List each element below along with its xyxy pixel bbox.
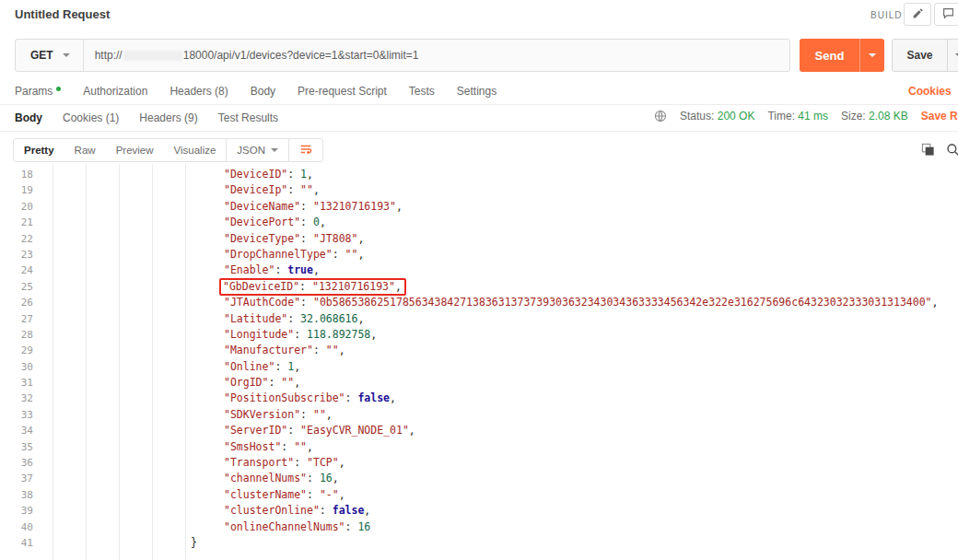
response-body-editor[interactable]: 18"DeviceID": 1,19"DeviceIp": "",20"Devi… (0, 164, 958, 560)
save-options-button[interactable] (948, 40, 958, 71)
tab-authorization[interactable]: Authorization (83, 85, 147, 98)
line-content: "DevicePort": 0, (224, 215, 326, 230)
view-tab-raw[interactable]: Raw (64, 139, 106, 161)
time-label: Time: (767, 110, 795, 122)
line-number: 30 (0, 359, 33, 375)
pencil-icon (912, 6, 924, 23)
line-number: 34 (0, 423, 33, 438)
json-lines: 18"DeviceID": 1,19"DeviceIp": "",20"Devi… (0, 167, 958, 551)
view-tab-visualize[interactable]: Visualize (164, 139, 227, 161)
request-tabs: Params Authorization Headers (8) Body Pr… (15, 85, 497, 98)
code-line: 31"OrgID": "", (0, 375, 958, 391)
url-prefix: http:// (95, 49, 123, 62)
line-number: 31 (0, 375, 33, 391)
code-line: 26"JTAuthCode": "0b586538625178563438427… (0, 295, 958, 310)
format-label: JSON (237, 145, 265, 156)
line-number: 23 (0, 247, 33, 262)
line-number: 41 (0, 535, 33, 551)
code-line: 32"PositionSubscribe": false, (0, 391, 958, 406)
request-title: Untitled Request (15, 7, 110, 21)
code-line: 20"DeviceName": "13210716193", (0, 199, 958, 215)
code-line: 40"onlineChannelNums": 16 (0, 519, 958, 535)
line-number: 21 (0, 215, 33, 230)
send-button[interactable]: Send (800, 39, 884, 72)
view-tab-pretty[interactable]: Pretty (14, 139, 64, 161)
line-content: "Longitude": 118.892758, (224, 327, 377, 343)
url-suffix: 18000/api/v1/devices?device=1&start=0&li… (183, 49, 419, 62)
method-select[interactable]: GET (16, 40, 83, 71)
tab-tests[interactable]: Tests (409, 85, 435, 98)
divider (0, 131, 958, 132)
chevron-down-icon (271, 148, 278, 152)
response-tab-cookies[interactable]: Cookies (1) (63, 111, 119, 124)
line-content: "channelNums": 16, (224, 471, 339, 486)
cookies-link[interactable]: Cookies (908, 85, 952, 98)
response-tab-body[interactable]: Body (15, 111, 42, 124)
line-content: "DeviceType": "JT808", (224, 231, 364, 247)
code-line: 30"Online": 1, (0, 359, 958, 375)
search-icon[interactable] (946, 143, 958, 157)
code-line: 25"GbDeviceID": "13210716193", (0, 279, 958, 295)
view-tab-preview[interactable]: Preview (106, 139, 164, 161)
code-line: 38"clusterName": "-", (0, 487, 958, 503)
line-content: "JTAuthCode": "0b58653862517856343842713… (224, 295, 938, 310)
code-line: 23"DropChannelType": "", (0, 247, 958, 262)
comment-button[interactable] (934, 3, 958, 26)
tab-settings[interactable]: Settings (457, 85, 497, 98)
size-field: Size: 2.08 KB (841, 110, 908, 122)
line-number: 32 (0, 391, 33, 406)
line-content: "Enable": true, (224, 262, 320, 278)
line-number: 20 (0, 199, 33, 215)
time-field: Time: 41 ms (767, 110, 828, 122)
line-content: "clusterOnline": false, (224, 503, 370, 519)
wrap-lines-button[interactable] (288, 139, 322, 161)
copy-icon[interactable] (921, 143, 935, 157)
tab-headers[interactable]: Headers (8) (169, 85, 228, 98)
tab-params[interactable]: Params (15, 85, 61, 98)
response-tab-test-results[interactable]: Test Results (218, 111, 278, 124)
code-line: 24"Enable": true, (0, 262, 958, 278)
line-content: "Manufacturer": "", (224, 343, 345, 358)
line-number: 38 (0, 487, 33, 503)
save-label: Save (893, 40, 947, 71)
globe-icon[interactable] (654, 110, 667, 122)
code-line: 33"SDKVersion": "", (0, 407, 958, 423)
edit-request-button[interactable] (904, 3, 931, 26)
line-content: "DeviceID": 1, (224, 167, 313, 182)
response-view-bar: Pretty Raw Preview Visualize JSON (13, 138, 323, 162)
line-number: 22 (0, 231, 33, 247)
line-content: "Latitude": 32.068616, (224, 311, 364, 327)
line-content: "DropChannelType": "", (224, 247, 364, 262)
code-line: 35"SmsHost": "", (0, 439, 958, 455)
tab-body[interactable]: Body (251, 85, 275, 98)
line-content: "Online": 1, (224, 359, 300, 375)
tab-prerequest-script[interactable]: Pre-request Script (298, 85, 387, 98)
comment-icon (942, 6, 954, 23)
save-button[interactable]: Save (892, 39, 958, 72)
line-content: "ServerID": "EasyCVR_NODE_01", (224, 423, 415, 438)
wrap-lines-icon (299, 143, 312, 158)
line-number: 35 (0, 439, 33, 455)
response-tab-headers[interactable]: Headers (9) (139, 111, 197, 124)
build-label: BUILD (870, 10, 902, 20)
time-value: 41 ms (798, 110, 828, 122)
size-value: 2.08 KB (869, 110, 908, 122)
line-content: "DeviceIp": "", (224, 182, 320, 198)
line-number: 27 (0, 311, 33, 327)
line-number: 24 (0, 262, 33, 278)
line-number: 39 (0, 503, 33, 519)
url-input[interactable]: http://18000/api/v1/devices?device=1&sta… (84, 49, 789, 62)
line-number: 25 (0, 279, 33, 295)
line-number: 26 (0, 295, 33, 310)
code-line: 22"DeviceType": "JT808", (0, 231, 958, 247)
format-select[interactable]: JSON (226, 139, 288, 161)
line-content: "DeviceName": "13210716193", (224, 199, 403, 215)
save-response-button[interactable]: Save Response (921, 110, 958, 122)
send-options-button[interactable] (860, 39, 884, 72)
chevron-down-icon (63, 53, 70, 57)
code-line: 29"Manufacturer": "", (0, 343, 958, 358)
line-number: 18 (0, 167, 33, 182)
params-active-dot (56, 87, 61, 91)
response-tools (921, 143, 958, 157)
code-line: 27"Latitude": 32.068616, (0, 311, 958, 327)
